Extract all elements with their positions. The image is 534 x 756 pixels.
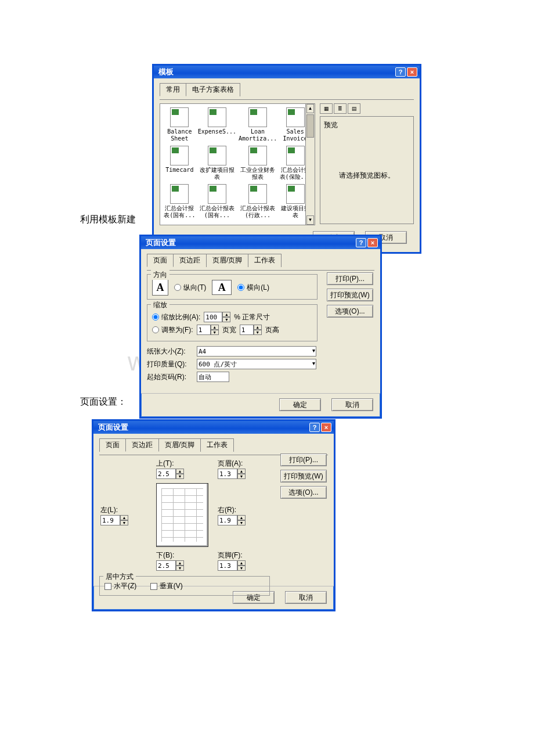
chevron-down-icon[interactable]: ▼ (176, 566, 184, 571)
tab-header-footer[interactable]: 页眉/页脚 (206, 254, 248, 267)
tab-common[interactable]: 常用 (160, 83, 186, 96)
template-item[interactable]: ExpenseS... (198, 107, 236, 142)
scroll-up-icon[interactable]: ▲ (306, 104, 314, 113)
chevron-up-icon[interactable]: ▲ (237, 560, 246, 566)
view-large-icons-icon[interactable]: ▦ (320, 103, 333, 114)
preview-label: 预览 (324, 120, 410, 130)
tabs-page-setup-1: 页面 页边距 页眉/页脚 工作表 (147, 254, 374, 267)
help-icon[interactable]: ? (309, 423, 320, 432)
cancel-button[interactable]: 取消 (331, 398, 373, 411)
caption-page-setup: 页面设置： (80, 396, 127, 408)
excel-template-icon (286, 146, 305, 165)
center-horizontal-checkbox[interactable]: 水平(Z) (104, 581, 136, 591)
print-preview-button[interactable]: 打印预览(W) (327, 289, 373, 301)
chevron-down-icon[interactable]: ▼ (120, 520, 128, 525)
chevron-up-icon[interactable]: ▲ (237, 515, 246, 520)
landscape-radio[interactable]: 横向(L) (237, 283, 269, 293)
cancel-button[interactable]: 取消 (285, 591, 327, 604)
chevron-up-icon[interactable]: ▲ (254, 325, 262, 330)
center-group: 居中方式 (103, 572, 136, 582)
dialog-templates: 模板 ? × 常用 电子方案表格 Balance Sheet ExpenseS.… (152, 64, 421, 254)
scroll-down-icon[interactable]: ▼ (306, 215, 314, 225)
titlebar-page-setup-2[interactable]: 页面设置 ? × (93, 421, 334, 434)
chevron-down-icon[interactable]: ▼ (176, 474, 184, 479)
tab-page[interactable]: 页面 (99, 438, 126, 452)
margin-right-spinner[interactable]: ▲▼ (218, 515, 246, 525)
template-item[interactable]: 工业企业财务报表 (239, 146, 277, 181)
view-details-icon[interactable]: ▤ (348, 103, 360, 114)
margin-header-spinner[interactable]: ▲▼ (218, 469, 246, 479)
template-item[interactable]: Balance Sheet (164, 107, 196, 142)
tab-header-footer[interactable]: 页眉/页脚 (158, 438, 201, 452)
excel-template-icon (208, 146, 226, 165)
margin-footer-spinner[interactable]: ▲▼ (218, 560, 246, 571)
fit-w-suffix: 页宽 (222, 325, 236, 335)
scrollbar[interactable]: ▲ ▼ (305, 104, 315, 225)
first-page-input[interactable] (197, 372, 229, 382)
margin-top-spinner[interactable]: ▲▼ (156, 469, 184, 479)
template-item[interactable]: 汇总会计报表(行政... (239, 184, 277, 219)
tab-sheet[interactable]: 工作表 (248, 254, 282, 267)
view-list-icon[interactable]: ≣ (334, 103, 347, 114)
template-item[interactable]: 汇总会计报表(国有... (198, 184, 236, 219)
portrait-radio[interactable]: 纵向(T) (174, 283, 206, 293)
chevron-down-icon[interactable]: ▼ (222, 317, 230, 322)
excel-template-icon (208, 184, 226, 204)
margin-left-spinner[interactable]: ▲▼ (100, 515, 128, 525)
print-button[interactable]: 打印(P)... (327, 272, 373, 285)
fit-height-spinner[interactable]: ▲▼ (240, 325, 262, 335)
titlebar-templates[interactable]: 模板 ? × (154, 66, 420, 78)
caption-template-new: 利用模板新建 (80, 214, 136, 226)
titlebar-page-setup-1[interactable]: 页面设置 ? × (141, 236, 380, 249)
chevron-down-icon[interactable]: ▼ (237, 566, 246, 571)
tab-spreadsheet-solutions[interactable]: 电子方案表格 (186, 83, 240, 96)
chevron-down-icon[interactable]: ▼ (237, 474, 246, 479)
margin-bottom-label: 下(B): (156, 550, 184, 560)
tab-page[interactable]: 页面 (147, 254, 174, 267)
paper-size-label: 纸张大小(Z): (147, 347, 193, 357)
close-icon[interactable]: × (407, 67, 417, 77)
tab-margins[interactable]: 页边距 (173, 254, 207, 267)
close-icon[interactable]: × (321, 423, 331, 432)
fit-to-radio[interactable]: 调整为(F): (152, 325, 193, 335)
fit-width-spinner[interactable]: ▲▼ (197, 325, 219, 335)
help-icon[interactable]: ? (395, 67, 406, 77)
chevron-up-icon[interactable]: ▲ (222, 312, 230, 317)
margin-top-label: 上(T): (156, 459, 184, 469)
chevron-up-icon[interactable]: ▲ (211, 325, 219, 330)
scale-ratio-radio[interactable]: 缩放比例(A): (152, 312, 200, 322)
dialog-page-setup-margins: 页面设置 ? × 页面 页边距 页眉/页脚 工作表 打印(P)... 打印预览(… (92, 419, 335, 611)
margin-bottom-spinner[interactable]: ▲▼ (156, 560, 184, 571)
scroll-thumb[interactable] (306, 114, 314, 138)
ok-button[interactable]: 确定 (279, 398, 321, 411)
chevron-up-icon[interactable]: ▲ (237, 469, 246, 474)
center-vertical-checkbox[interactable]: 垂直(V) (150, 581, 183, 591)
template-item[interactable]: 改扩建项目报表 (198, 146, 236, 181)
excel-template-icon (286, 107, 305, 127)
first-page-label: 起始页码(R): (147, 372, 193, 382)
chevron-up-icon[interactable]: ▲ (176, 560, 184, 566)
preview-placeholder: 请选择预览图标。 (324, 171, 410, 181)
excel-template-icon (248, 146, 267, 165)
tabs-page-setup-2: 页面 页边距 页眉/页脚 工作表 (99, 438, 328, 452)
help-icon[interactable]: ? (356, 238, 366, 247)
tab-margins[interactable]: 页边距 (125, 438, 159, 452)
title-page-setup-1: 页面设置 (143, 237, 355, 248)
chevron-down-icon[interactable]: ▼ (211, 330, 219, 335)
template-item[interactable]: 汇总会计报表(国有... (164, 184, 196, 219)
chevron-up-icon[interactable]: ▲ (176, 469, 184, 474)
tab-sheet[interactable]: 工作表 (200, 438, 234, 452)
template-item[interactable]: Timecard (164, 146, 196, 181)
templates-list[interactable]: Balance Sheet ExpenseS... Loan Amortiza.… (160, 103, 315, 225)
scale-ratio-spinner[interactable]: ▲▼ (204, 312, 230, 322)
scale-group: 缩放 (151, 300, 169, 310)
options-button[interactable]: 选项(O)... (327, 305, 373, 318)
excel-template-icon (170, 146, 189, 165)
chevron-up-icon[interactable]: ▲ (120, 515, 128, 520)
template-item[interactable]: Loan Amortiza... (239, 107, 277, 142)
close-icon[interactable]: × (367, 238, 378, 247)
paper-size-select[interactable] (197, 346, 316, 357)
chevron-down-icon[interactable]: ▼ (237, 520, 246, 525)
chevron-down-icon[interactable]: ▼ (254, 330, 262, 335)
print-quality-select[interactable] (197, 359, 316, 369)
